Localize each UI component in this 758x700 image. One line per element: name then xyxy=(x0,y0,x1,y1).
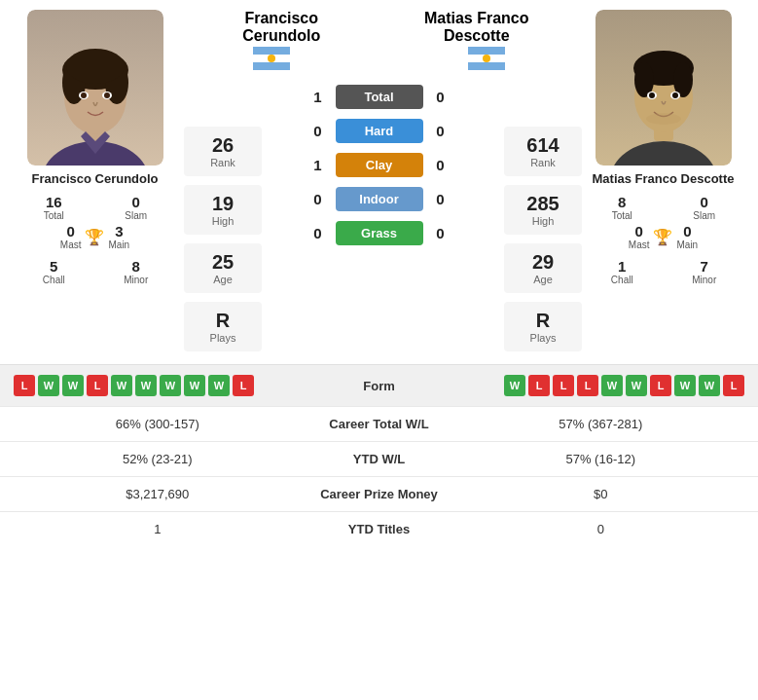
right-form-badge: L xyxy=(650,375,671,396)
right-mast-label: Mast xyxy=(629,239,650,250)
clay-badge: Clay xyxy=(336,153,423,177)
stats-row-left-val: $3,217,690 xyxy=(14,487,302,501)
left-mast-value: 0 xyxy=(66,223,74,239)
right-chall-value: 1 xyxy=(618,258,626,275)
left-main-label: Main xyxy=(108,239,129,250)
right-total-stat: 8 Total xyxy=(586,194,659,221)
right-chall-stat: 1 Chall xyxy=(586,258,659,285)
stats-row: 1YTD Titles0 xyxy=(0,511,758,546)
left-minor-value: 8 xyxy=(132,258,140,275)
player-right-photo xyxy=(596,10,732,166)
right-form-badge: L xyxy=(528,375,550,396)
main-container: Francisco Cerundolo 16 Total 0 Slam 0 Ma… xyxy=(0,0,758,546)
right-rank-label: Rank xyxy=(516,157,570,168)
stats-row-right-val: 57% (367-281) xyxy=(457,417,745,431)
svg-point-29 xyxy=(649,92,655,98)
right-form-badges: WLLLWWLWWL xyxy=(504,375,744,396)
left-mast-stat: 0 Mast xyxy=(60,223,82,250)
right-center-name: Matias Franco Descotte xyxy=(379,10,575,45)
left-form-badges: LWWLWWWWWL xyxy=(14,375,254,396)
left-total-value: 16 xyxy=(46,194,62,210)
right-plays-label: Plays xyxy=(516,332,570,344)
surface-stats-area: 26 Rank 19 High 25 Age R Plays xyxy=(184,82,574,354)
left-chall-minor-grid: 5 Chall 8 Minor xyxy=(10,258,180,285)
center-panel: Francisco Cerundolo Matias Franco Descot… xyxy=(180,10,578,354)
left-form-badge: L xyxy=(14,375,35,396)
left-high-panel: 19 High xyxy=(184,185,262,235)
left-slam-stat: 0 Slam xyxy=(100,194,173,221)
svg-point-7 xyxy=(66,49,125,84)
player-left-photo xyxy=(27,10,163,166)
left-slam-label: Slam xyxy=(125,210,147,221)
left-rank-panel: 26 Rank xyxy=(184,127,262,176)
right-slam-value: 0 xyxy=(701,194,708,210)
left-chall-label: Chall xyxy=(43,275,65,285)
right-plays-value: R xyxy=(516,310,570,332)
total-badge: Total xyxy=(336,85,423,109)
clay-score-left: 1 xyxy=(308,157,328,173)
stats-row-label: YTD W/L xyxy=(302,452,457,466)
right-chall-minor-grid: 1 Chall 7 Minor xyxy=(578,258,748,285)
left-minor-label: Minor xyxy=(124,275,148,285)
right-age-label: Age xyxy=(516,274,570,285)
right-minor-stat: 7 Minor xyxy=(668,258,741,285)
stats-row-label: Career Total W/L xyxy=(302,417,457,431)
left-form-badge: L xyxy=(87,375,108,396)
left-plays-panel: R Plays xyxy=(184,302,262,351)
stats-row: 66% (300-157)Career Total W/L57% (367-28… xyxy=(0,406,758,441)
right-minor-value: 7 xyxy=(701,258,708,275)
right-form-badge: W xyxy=(504,375,525,396)
player-section: Francisco Cerundolo 16 Total 0 Slam 0 Ma… xyxy=(0,0,758,364)
left-trophy-icon: 🏆 xyxy=(85,228,104,246)
left-slam-value: 0 xyxy=(132,194,140,210)
left-main-value: 3 xyxy=(115,223,123,239)
stats-row-left-val: 66% (300-157) xyxy=(14,417,302,431)
left-plays-label: Plays xyxy=(196,332,250,344)
right-form-badge: L xyxy=(553,375,574,396)
left-rank-value: 26 xyxy=(196,134,250,157)
player-right: Matias Franco Descotte 8 Total 0 Slam 0 … xyxy=(578,10,748,354)
left-form-badge: W xyxy=(111,375,132,396)
player-right-stats-grid: 8 Total 0 Slam xyxy=(578,194,748,221)
left-age-label: Age xyxy=(196,274,250,285)
left-trophy-row: 0 Mast 🏆 3 Main xyxy=(60,223,129,250)
left-high-value: 19 xyxy=(196,193,250,215)
right-high-label: High xyxy=(516,215,570,227)
right-main-stat: 0 Main xyxy=(676,223,698,250)
flags-row xyxy=(184,47,574,74)
left-total-label: Total xyxy=(44,210,64,221)
right-chall-label: Chall xyxy=(611,275,633,285)
svg-rect-14 xyxy=(253,62,290,70)
right-form-badge: W xyxy=(601,375,623,396)
left-form-badge: W xyxy=(160,375,181,396)
stats-row-right-val: 57% (16-12) xyxy=(457,452,745,466)
svg-point-19 xyxy=(483,55,490,62)
left-form-badge: W xyxy=(38,375,59,396)
left-rank-label: Rank xyxy=(196,157,250,168)
right-age-value: 29 xyxy=(516,251,570,274)
clay-row: 1 Clay 0 xyxy=(258,150,500,180)
right-mast-value: 0 xyxy=(634,223,642,239)
hard-score-left: 0 xyxy=(308,123,328,139)
right-rank-value: 614 xyxy=(516,134,570,157)
right-age-panel: 29 Age xyxy=(504,243,582,293)
form-section: LWWLWWWWWL Form WLLLWWLWWL xyxy=(0,364,758,406)
hard-badge: Hard xyxy=(336,119,423,143)
stats-row-label: Career Prize Money xyxy=(302,487,457,501)
right-rank-stats: 614 Rank 285 High 29 Age R Plays xyxy=(504,82,574,354)
left-main-stat: 3 Main xyxy=(108,223,129,250)
stats-row-left-val: 1 xyxy=(14,522,302,536)
left-center-name: Francisco Cerundolo xyxy=(184,10,379,45)
right-mast-stat: 0 Mast xyxy=(629,223,650,250)
left-rank-stats: 26 Rank 19 High 25 Age R Plays xyxy=(184,82,254,354)
right-main-value: 0 xyxy=(683,223,691,239)
stats-row-left-val: 52% (23-21) xyxy=(14,452,302,466)
left-chall-stat: 5 Chall xyxy=(18,258,90,285)
svg-point-15 xyxy=(268,55,275,62)
svg-point-31 xyxy=(646,113,681,125)
right-minor-label: Minor xyxy=(692,275,716,285)
left-minor-stat: 8 Minor xyxy=(100,258,173,285)
right-main-label: Main xyxy=(676,239,698,250)
svg-point-30 xyxy=(672,92,678,98)
right-form-badge: L xyxy=(723,375,744,396)
